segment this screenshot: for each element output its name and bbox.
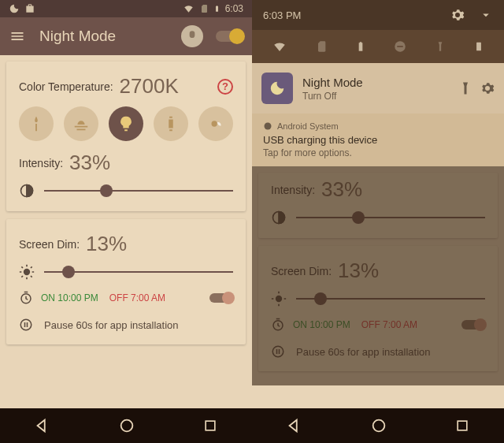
pause-row[interactable]: Pause 60s for app installation [19, 318, 233, 332]
preset-row [19, 106, 233, 141]
on-label: ON 10:00 PM [41, 292, 98, 303]
schedule-toggle[interactable] [209, 293, 233, 303]
temperature-card: Color Temperature: 2700K ? Intensity: 33… [6, 61, 246, 211]
notif-title: Night Mode [302, 76, 450, 89]
ct-label: Color Temperature: [19, 80, 113, 93]
notif-sub: Turn Off [302, 91, 450, 102]
nav-bar-right [252, 408, 504, 443]
svg-point-13 [272, 346, 284, 357]
phone-left: 6:03 Night Mode Color Temperature: 2700K… [0, 0, 252, 443]
intensity-label: Intensity: [19, 157, 63, 169]
phone-right: 6:03 PM Night Mode Turn Off Android Syst… [252, 0, 504, 443]
dimmed-background: Intensity: 33% Screen Dim: 13% [252, 166, 504, 385]
preset-bulb-icon[interactable] [109, 106, 143, 141]
qs-sim-icon[interactable] [315, 39, 328, 54]
briefcase-icon [24, 3, 35, 14]
qs-wifi-icon[interactable] [272, 39, 287, 54]
notif-settings-icon[interactable] [480, 81, 495, 95]
system-notification[interactable]: Android System USB charging this device … [252, 114, 504, 166]
content: Color Temperature: 2700K ? Intensity: 33… [0, 55, 252, 359]
svg-rect-15 [458, 421, 467, 430]
intensity-slider-row [19, 183, 233, 199]
qs-rotate-icon[interactable] [473, 39, 484, 54]
dim-label: Screen Dim: [19, 238, 80, 251]
svg-point-2 [24, 269, 30, 275]
svg-point-14 [373, 420, 385, 432]
svg-point-9 [265, 123, 272, 130]
sim-icon [199, 3, 209, 14]
avatar-icon[interactable] [181, 25, 203, 47]
pause-icon [19, 318, 33, 332]
notif-torch-icon[interactable] [458, 81, 472, 95]
dim-slider[interactable] [44, 271, 233, 273]
sys-title: USB charging this device [263, 134, 493, 146]
back-button[interactable] [34, 417, 51, 434]
nightmode-notification[interactable]: Night Mode Turn Off [252, 63, 504, 114]
qs-torch-icon[interactable] [435, 39, 446, 54]
qs-battery-icon[interactable] [355, 39, 366, 54]
svg-point-11 [276, 296, 282, 302]
settings-icon[interactable] [450, 8, 465, 22]
recent-button[interactable] [454, 418, 470, 434]
help-icon[interactable]: ? [217, 79, 233, 95]
svg-rect-8 [476, 43, 481, 51]
shade-header: 6:03 PM [252, 0, 504, 30]
dim-card: Screen Dim: 13% ON 10:00 PM OFF 7:00 AM … [6, 219, 246, 344]
status-bar: 6:03 [0, 0, 252, 17]
intensity-value: 33% [69, 151, 110, 175]
svg-point-4 [20, 319, 32, 330]
quick-settings [252, 30, 504, 63]
menu-icon[interactable] [9, 28, 25, 44]
master-toggle[interactable] [216, 31, 243, 42]
off-label: OFF 7:00 AM [109, 292, 165, 303]
preset-sun-icon[interactable] [198, 106, 233, 141]
intensity-slider[interactable] [44, 190, 233, 192]
dim-slider-row [19, 264, 233, 280]
svg-point-5 [121, 420, 133, 432]
brightness-icon [19, 264, 35, 280]
wifi-icon [183, 3, 195, 14]
clock-text: 6:03 [225, 3, 243, 14]
notif-moon-icon [261, 73, 293, 104]
home-button[interactable] [370, 417, 387, 434]
pause-label: Pause 60s for app installation [44, 319, 179, 331]
contrast-icon [19, 183, 35, 199]
recent-button[interactable] [202, 418, 218, 434]
sys-source: Android System [277, 121, 339, 131]
expand-icon[interactable] [479, 8, 493, 22]
svg-point-0 [212, 121, 217, 126]
preset-sunset-icon[interactable] [64, 106, 98, 141]
sys-sub: Tap for more options. [263, 147, 493, 158]
app-title: Night Mode [39, 28, 181, 45]
dim-value: 13% [86, 232, 127, 256]
nav-bar [0, 408, 252, 443]
ct-value: 2700K [120, 74, 179, 99]
qs-dnd-icon[interactable] [393, 39, 407, 54]
moon-icon [9, 3, 20, 14]
timer-icon [19, 291, 33, 305]
preset-tube-icon[interactable] [154, 106, 188, 141]
back-button[interactable] [286, 417, 303, 434]
svg-rect-6 [206, 421, 215, 430]
shade-time: 6:03 PM [263, 9, 301, 21]
home-button[interactable] [118, 417, 135, 434]
battery-icon [213, 3, 220, 14]
app-bar: Night Mode [0, 17, 252, 55]
preset-candle-icon[interactable] [19, 106, 54, 141]
schedule-row[interactable]: ON 10:00 PM OFF 7:00 AM [19, 291, 233, 305]
